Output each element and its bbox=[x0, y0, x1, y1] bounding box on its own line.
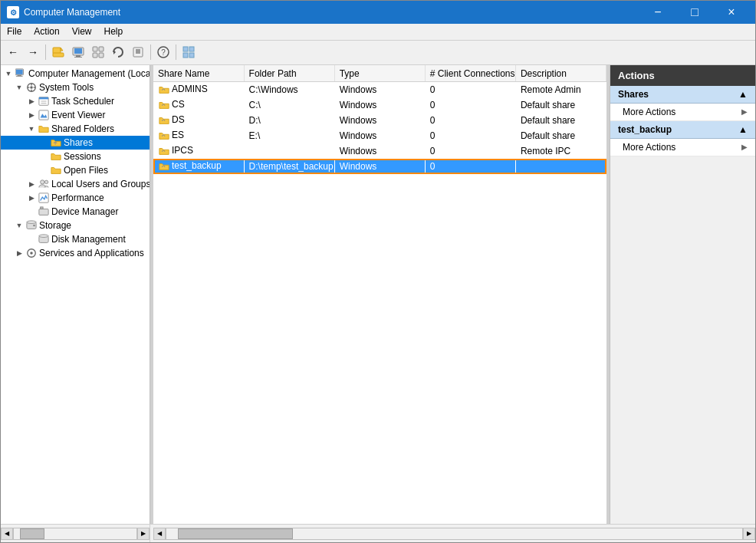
tree-item-shared-folders[interactable]: ▼ Shared Folders bbox=[1, 122, 150, 136]
expand-storage[interactable]: ▼ bbox=[13, 219, 25, 232]
col-description[interactable]: Description bbox=[515, 65, 606, 82]
tree-label-shares: Shares bbox=[64, 137, 93, 148]
tree-item-open-files[interactable]: Open Files bbox=[1, 163, 150, 177]
help-button[interactable]: ? bbox=[154, 43, 173, 61]
tree-label-root: Computer Management (Local bbox=[28, 68, 150, 79]
shares-table: Share Name Folder Path Type # Client Con… bbox=[153, 65, 606, 174]
menu-file[interactable]: File bbox=[1, 24, 28, 40]
scroll-left-tree[interactable]: ◀ bbox=[1, 528, 13, 540]
menu-action[interactable]: Action bbox=[28, 24, 65, 40]
tree-label-event-viewer: Event Viewer bbox=[51, 110, 105, 120]
actions-item-test-backup-more-label: More Actions bbox=[623, 142, 675, 153]
table-row[interactable]: CSC:\Windows0Default share bbox=[153, 97, 606, 113]
expand-event-viewer[interactable]: ▶ bbox=[25, 109, 38, 121]
icon-disk-management bbox=[38, 233, 50, 245]
table-row[interactable]: test_backupD:\temp\test_backupWindows0 bbox=[153, 159, 606, 174]
table-cell: D:\temp\test_backup bbox=[244, 159, 334, 174]
expand-performance[interactable]: ▶ bbox=[25, 192, 38, 204]
scroll-left-list[interactable]: ◀ bbox=[153, 528, 166, 540]
tree-item-task-scheduler[interactable]: ▶ Task Scheduler bbox=[1, 94, 150, 108]
table-row[interactable]: ADMINSC:\WindowsWindows0Remote Admin bbox=[153, 82, 606, 97]
refresh-button[interactable] bbox=[109, 43, 127, 61]
share-icon bbox=[158, 99, 170, 111]
table-cell: ES bbox=[153, 128, 244, 143]
actions-section-shares-arrow: ▲ bbox=[738, 89, 748, 100]
table-cell: 0 bbox=[425, 82, 515, 97]
tree-item-shares[interactable]: Shares bbox=[1, 136, 150, 150]
tree-item-device-manager[interactable]: Device Manager bbox=[1, 205, 150, 219]
tree-item-root[interactable]: ▼ Computer Management (Local bbox=[1, 67, 150, 81]
expand-task-scheduler[interactable]: ▶ bbox=[25, 95, 38, 107]
table-row[interactable]: ESE:\Windows0Default share bbox=[153, 128, 606, 143]
tree-item-local-users[interactable]: ▶ Local Users and Groups bbox=[1, 177, 150, 191]
icon-shares bbox=[50, 137, 62, 149]
scrollbar-thumb-tree[interactable] bbox=[20, 528, 44, 539]
table-cell: 0 bbox=[425, 128, 515, 143]
table-cell: Remote IPC bbox=[515, 143, 606, 159]
maximize-button[interactable]: □ bbox=[677, 1, 712, 24]
table-row[interactable]: DSD:\Windows0Default share bbox=[153, 113, 606, 128]
expand-root[interactable]: ▼ bbox=[2, 67, 15, 80]
share-icon bbox=[158, 160, 170, 173]
icon-open-files bbox=[50, 164, 62, 176]
manage-button[interactable] bbox=[89, 43, 107, 61]
table-row[interactable]: IPCSWindows0Remote IPC bbox=[153, 143, 606, 159]
svg-point-43 bbox=[33, 225, 35, 227]
svg-rect-4 bbox=[76, 55, 81, 57]
tree-item-sessions[interactable]: Sessions bbox=[1, 150, 150, 163]
col-share-name[interactable]: Share Name bbox=[153, 65, 244, 82]
table-cell: C:\Windows bbox=[244, 82, 334, 97]
svg-rect-17 bbox=[183, 47, 188, 51]
computer-button[interactable] bbox=[69, 43, 87, 61]
expand-system-tools[interactable]: ▼ bbox=[13, 81, 25, 94]
col-type[interactable]: Type bbox=[334, 65, 425, 82]
table-cell: Default share bbox=[515, 128, 606, 143]
list-scrollbar-area: ◀ ▶ bbox=[153, 525, 755, 542]
svg-rect-6 bbox=[93, 47, 97, 51]
actions-item-shares-more-label: More Actions bbox=[623, 107, 675, 117]
minimize-button[interactable]: − bbox=[640, 1, 675, 24]
actions-item-test-backup-more[interactable]: More Actions ▶ bbox=[610, 139, 755, 156]
menu-view[interactable]: View bbox=[66, 24, 98, 40]
actions-item-shares-more[interactable]: More Actions ▶ bbox=[610, 104, 755, 121]
forward-button[interactable]: → bbox=[24, 43, 42, 61]
expand-sessions bbox=[38, 150, 50, 163]
scrollbar-thumb-list[interactable] bbox=[178, 528, 293, 539]
window-controls: − □ × bbox=[640, 1, 749, 24]
col-folder-path[interactable]: Folder Path bbox=[244, 65, 334, 82]
actions-item-shares-more-arrow: ▶ bbox=[741, 107, 748, 116]
toolbar-separator-3 bbox=[176, 44, 176, 60]
up-button[interactable] bbox=[49, 43, 67, 61]
close-button[interactable]: × bbox=[714, 1, 749, 24]
actions-section-shares[interactable]: Shares ▲ bbox=[610, 86, 755, 104]
actions-pane: Actions Shares ▲ More Actions ▶ test_bac… bbox=[610, 65, 755, 524]
svg-rect-11 bbox=[133, 48, 143, 57]
view-button[interactable] bbox=[179, 43, 198, 61]
back-button[interactable]: ← bbox=[4, 43, 22, 61]
tree-item-disk-management[interactable]: Disk Management bbox=[1, 232, 150, 246]
svg-rect-24 bbox=[16, 76, 23, 77]
expand-shared-folders[interactable]: ▼ bbox=[25, 123, 38, 135]
export-button[interactable] bbox=[129, 43, 147, 61]
tree-item-system-tools[interactable]: ▼ System Tools bbox=[1, 81, 150, 94]
table-cell: IPCS bbox=[153, 143, 244, 159]
table-cell bbox=[515, 159, 606, 174]
expand-local-users[interactable]: ▶ bbox=[25, 178, 38, 190]
tree-item-performance[interactable]: ▶ Performance bbox=[1, 191, 150, 205]
svg-rect-20 bbox=[189, 53, 194, 58]
scroll-right-list[interactable]: ▶ bbox=[743, 528, 755, 540]
title-bar: ⚙ Computer Management − □ × bbox=[1, 1, 755, 24]
icon-services-apps bbox=[25, 247, 38, 259]
svg-rect-40 bbox=[41, 207, 44, 209]
scroll-right-tree[interactable]: ▶ bbox=[137, 528, 150, 540]
expand-services-apps[interactable]: ▶ bbox=[13, 247, 25, 259]
actions-section-test-backup[interactable]: test_backup ▲ bbox=[610, 121, 755, 139]
table-cell: Windows bbox=[334, 97, 425, 113]
col-client-connections[interactable]: # Client Connections bbox=[425, 65, 515, 82]
menu-help[interactable]: Help bbox=[98, 24, 130, 40]
table-cell: Windows bbox=[334, 113, 425, 128]
tree-item-storage[interactable]: ▼ Storage bbox=[1, 219, 150, 232]
tree-item-services-apps[interactable]: ▶ Services and Applications bbox=[1, 246, 150, 260]
table-cell: Windows bbox=[334, 82, 425, 97]
tree-item-event-viewer[interactable]: ▶ Event Viewer bbox=[1, 108, 150, 122]
